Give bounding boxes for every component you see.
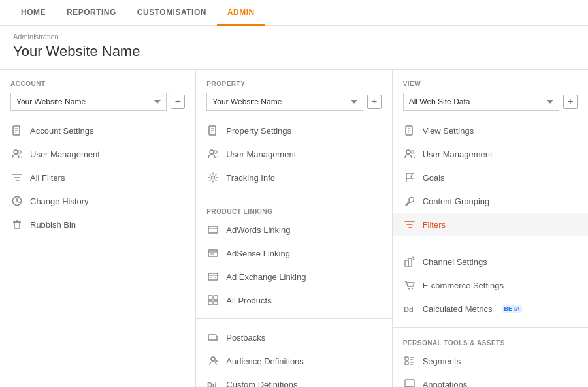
menu-item-calculated-metrics[interactable]: Dd Calculated Metrics BETA (393, 297, 588, 320)
goals-label: Goals (423, 173, 445, 183)
svg-text:Dd: Dd (404, 305, 414, 313)
account-add-button[interactable]: + (171, 95, 185, 109)
trash-icon (10, 218, 24, 231)
nav-admin[interactable]: ADMIN (217, 0, 265, 26)
svg-point-43 (410, 151, 413, 153)
menu-item-channel-settings[interactable]: Channel Settings (393, 250, 588, 273)
filters-label: Filters (423, 220, 446, 230)
menu-item-change-history[interactable]: Change History (0, 189, 195, 213)
product-linking-label: PRODUCT LINKING (196, 203, 391, 218)
property-settings-label: Property Settings (226, 126, 291, 136)
property-column-header: PROPERTY (196, 80, 391, 93)
dd-icon-1: Dd (206, 378, 220, 387)
file-icon (10, 124, 24, 137)
all-filters-label: All Filters (30, 173, 65, 183)
svg-point-16 (210, 150, 214, 154)
svg-point-47 (408, 288, 410, 290)
adwords-linking-label: AdWords Linking (226, 225, 290, 235)
user-management-label: User Management (30, 149, 100, 159)
wrench-icon (403, 194, 416, 208)
svg-rect-24 (208, 273, 218, 280)
menu-item-view-settings[interactable]: View Settings (393, 119, 588, 142)
menu-item-account-settings[interactable]: Account Settings (0, 119, 195, 142)
property-add-button[interactable]: + (367, 95, 382, 109)
svg-rect-46 (408, 258, 412, 266)
property-dropdown[interactable]: Your Website Name (206, 93, 363, 111)
view-column-header: VIEW (393, 80, 588, 93)
annotations-label: Annotations (423, 380, 468, 388)
adsense-icon (206, 247, 220, 260)
svg-rect-7 (14, 222, 20, 228)
menu-item-filters[interactable]: Filters (393, 213, 588, 236)
view-section-divider (393, 243, 588, 243)
menu-item-user-management[interactable]: User Management (0, 142, 195, 166)
segments-icon (403, 354, 416, 367)
section-divider-2 (196, 318, 391, 319)
view-dropdown-container: All Web Site Data + (393, 93, 588, 119)
svg-point-4 (14, 150, 18, 154)
tracking-info-label: Tracking Info (226, 173, 275, 183)
svg-rect-21 (208, 250, 218, 256)
file-icon-view (403, 124, 416, 137)
section-divider (196, 196, 391, 196)
adexchange-icon (206, 270, 220, 283)
annotations-icon (403, 378, 416, 387)
svg-point-17 (214, 151, 217, 153)
menu-item-all-filters[interactable]: All Filters (0, 166, 195, 189)
file-icon (206, 124, 220, 137)
menu-item-tracking-info[interactable]: Tracking Info (196, 166, 391, 189)
menu-item-adsense-linking[interactable]: AdSense Linking (196, 241, 391, 265)
menu-item-ecommerce-settings[interactable]: E-commerce Settings (393, 273, 588, 297)
menu-item-all-products[interactable]: All Products (196, 288, 391, 312)
menu-item-goals[interactable]: Goals (393, 166, 588, 189)
calculated-metrics-beta-badge: BETA (502, 305, 523, 313)
account-dropdown-container: Your Website Name + (0, 93, 195, 119)
ad-exchange-linking-label: Ad Exchange Linking (226, 272, 306, 282)
menu-item-audience-definitions[interactable]: Audience Definitions (196, 349, 391, 373)
svg-rect-45 (405, 260, 408, 266)
flag-icon (403, 171, 416, 184)
filter-icon (10, 171, 24, 184)
menu-item-property-user-management[interactable]: User Management (196, 142, 391, 166)
view-add-button[interactable]: + (563, 95, 578, 109)
svg-point-42 (406, 150, 410, 154)
property-user-management-label: User Management (226, 149, 296, 159)
svg-rect-19 (208, 226, 218, 233)
change-history-label: Change History (30, 196, 89, 206)
calculated-metrics-label: Calculated Metrics (423, 304, 493, 314)
nav-home[interactable]: HOME (10, 0, 56, 26)
account-dropdown[interactable]: Your Website Name (10, 93, 167, 111)
menu-item-postbacks[interactable]: Postbacks (196, 326, 391, 349)
people-icon-view (403, 147, 416, 161)
menu-item-adwords-linking[interactable]: AdWords Linking (196, 218, 391, 241)
menu-item-segments[interactable]: Segments (393, 349, 588, 373)
svg-rect-50 (405, 357, 408, 360)
account-settings-label: Account Settings (30, 126, 94, 136)
menu-item-rubbish-bin[interactable]: Rubbish Bin (0, 213, 195, 236)
svg-rect-29 (214, 296, 218, 300)
view-user-management-label: User Management (423, 149, 493, 159)
view-settings-label: View Settings (423, 126, 474, 136)
svg-rect-28 (208, 296, 212, 300)
menu-item-custom-definitions[interactable]: Dd Custom Definitions (196, 373, 391, 387)
svg-point-48 (412, 288, 413, 290)
view-dropdown[interactable]: All Web Site Data (403, 93, 559, 111)
view-column: VIEW All Web Site Data + View Settings (393, 70, 588, 387)
svg-rect-51 (405, 362, 408, 365)
menu-item-property-settings[interactable]: Property Settings (196, 119, 391, 142)
dd-icon-3: Dd (403, 302, 416, 315)
menu-item-content-grouping[interactable]: Content Grouping (393, 189, 588, 213)
gear-icon (206, 171, 220, 184)
nav-reporting[interactable]: REPORTING (56, 0, 127, 26)
postbacks-label: Postbacks (226, 333, 265, 343)
view-section-divider-2 (393, 327, 588, 328)
menu-item-ad-exchange-linking[interactable]: Ad Exchange Linking (196, 265, 391, 288)
menu-item-annotations[interactable]: Annotations (393, 373, 588, 387)
adsense-linking-label: AdSense Linking (226, 249, 290, 258)
breadcrumb: Administration (13, 33, 575, 40)
page-header: Administration Your Website Name (0, 26, 588, 70)
cart-icon (403, 279, 416, 292)
menu-item-view-user-management[interactable]: User Management (393, 142, 588, 166)
nav-customisation[interactable]: CUSTOMISATION (127, 0, 217, 26)
top-navigation: HOME REPORTING CUSTOMISATION ADMIN (0, 0, 588, 26)
